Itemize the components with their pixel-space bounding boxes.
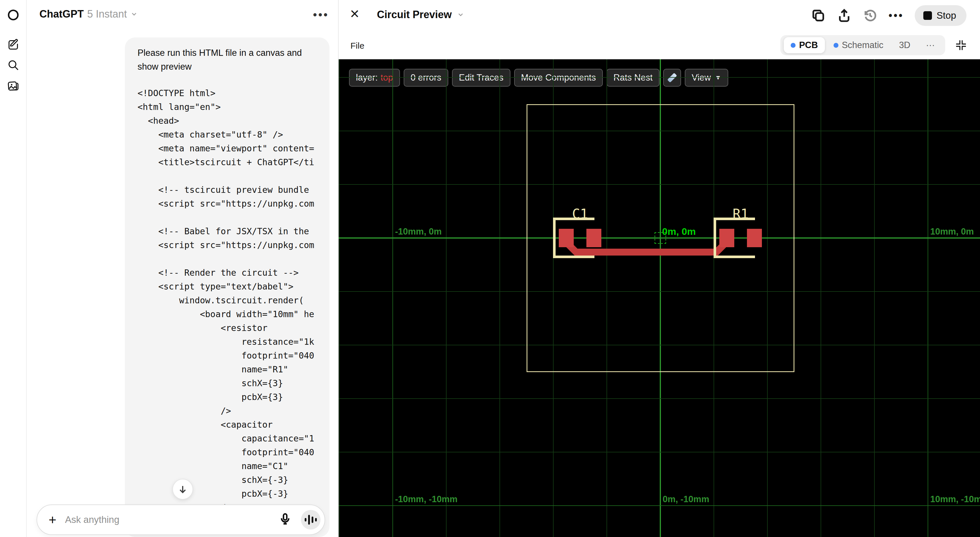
pad-R1[interactable] [719, 229, 734, 247]
history-icon [862, 8, 878, 23]
tab-label: PCB [799, 40, 818, 50]
grid-coordinate-label: 10mm, 0m [930, 226, 974, 237]
grid-line-horizontal [339, 452, 980, 453]
file-menu[interactable]: File [350, 41, 364, 51]
app-title: ChatGPT [40, 8, 84, 20]
copy-button[interactable] [811, 8, 826, 23]
tab-3d[interactable]: 3D [892, 37, 917, 53]
tab-label: ··· [926, 40, 935, 50]
tab-pcb[interactable]: PCB [784, 37, 825, 53]
tab-dot-icon [834, 43, 838, 48]
pencil-icon [667, 73, 677, 83]
edit-traces-button[interactable]: Edit Traces [452, 69, 511, 87]
grid-coordinate-label: 0m, -10mm [663, 494, 709, 505]
waveform-icon [305, 518, 306, 521]
share-button[interactable] [837, 8, 852, 23]
grid-coordinate-label: 10mm, -10mm [930, 494, 980, 505]
pcb-toolbar: layer: top0 errorsEdit TracesMove Compon… [349, 69, 728, 87]
app-root: ChatGPT 5 Instant ••• Please run this HT… [0, 0, 980, 537]
stop-icon [923, 11, 932, 20]
composer: + [37, 505, 325, 535]
code-block: <!DOCTYPE html><html lang="en"> <head> <… [138, 86, 314, 515]
pcb-canvas[interactable]: layer: top0 errorsEdit TracesMove Compon… [339, 59, 980, 537]
circuit-preview-panel: ✕ Circuit Preview [338, 0, 980, 537]
copy-icon [811, 8, 826, 23]
history-button[interactable] [862, 8, 878, 23]
scroll-to-bottom-button[interactable] [172, 479, 193, 500]
model-name: 5 Instant [87, 8, 127, 20]
chevron-down-icon [457, 11, 465, 18]
move-components-button[interactable]: Move Components [514, 69, 603, 87]
model-selector[interactable]: ChatGPT 5 Instant [40, 8, 138, 20]
errors-button[interactable]: 0 errors [404, 69, 448, 87]
chat-header: ChatGPT 5 Instant ••• [27, 0, 338, 30]
grid-line-horizontal [339, 398, 980, 399]
preview-header: ✕ Circuit Preview [339, 0, 980, 35]
rats-nest-button[interactable]: Rats Nest [606, 69, 659, 87]
tab-···[interactable]: ··· [919, 37, 942, 53]
preview-actions: ••• Stop [811, 4, 966, 27]
openai-logo-icon [6, 8, 20, 22]
share-icon [837, 8, 852, 23]
preview-title[interactable]: Circuit Preview [377, 9, 465, 21]
grid-line-horizontal [339, 77, 980, 78]
tab-schematic[interactable]: Schematic [827, 37, 891, 53]
origin-coordinate-label: 0m, 0m [662, 226, 696, 237]
voice-mode-button[interactable] [301, 510, 321, 529]
tab-dot-icon [791, 43, 795, 48]
user-message-bubble: Please run this HTML file in a canvas an… [125, 37, 329, 537]
library-icon[interactable] [6, 79, 20, 92]
microphone-icon [278, 512, 292, 526]
reference-label-R1: R1 [733, 206, 748, 221]
view-mode-tabs: PCBSchematic3D··· [780, 35, 945, 55]
new-chat-icon[interactable] [6, 38, 20, 52]
reference-label-C1: C1 [572, 206, 588, 221]
pad-C1[interactable] [559, 229, 574, 247]
attach-button[interactable]: + [49, 513, 56, 526]
collapse-icon[interactable] [955, 38, 967, 52]
tab-label: Schematic [842, 40, 884, 50]
user-message-text: Please run this HTML file in a canvas an… [138, 46, 302, 74]
tab-label: 3D [899, 40, 910, 50]
chevron-down-icon [130, 10, 138, 18]
grid-coordinate-label: -10mm, 0m [395, 226, 442, 237]
close-icon[interactable]: ✕ [350, 8, 360, 20]
search-icon[interactable] [6, 58, 20, 72]
chat-panel: ChatGPT 5 Instant ••• Please run this HT… [27, 0, 338, 537]
view-menu-button[interactable]: View▼ [685, 69, 728, 87]
stop-button[interactable]: Stop [915, 5, 966, 26]
more-options-button[interactable]: ••• [888, 10, 904, 22]
pad-R1[interactable] [747, 229, 762, 247]
dictate-button[interactable] [278, 512, 293, 527]
conversation-menu-button[interactable]: ••• [313, 9, 329, 21]
chat-input[interactable] [65, 514, 278, 525]
grid-line-horizontal [339, 505, 980, 506]
layer-value: top [381, 73, 393, 83]
sidebar [0, 0, 27, 537]
pad-C1[interactable] [586, 229, 601, 247]
grid-coordinate-label: -10mm, -10mm [395, 494, 458, 505]
arrow-down-icon [178, 484, 188, 494]
preview-menubar: File PCBSchematic3D··· [339, 35, 980, 59]
edit-silkscreen-button[interactable] [663, 69, 681, 87]
